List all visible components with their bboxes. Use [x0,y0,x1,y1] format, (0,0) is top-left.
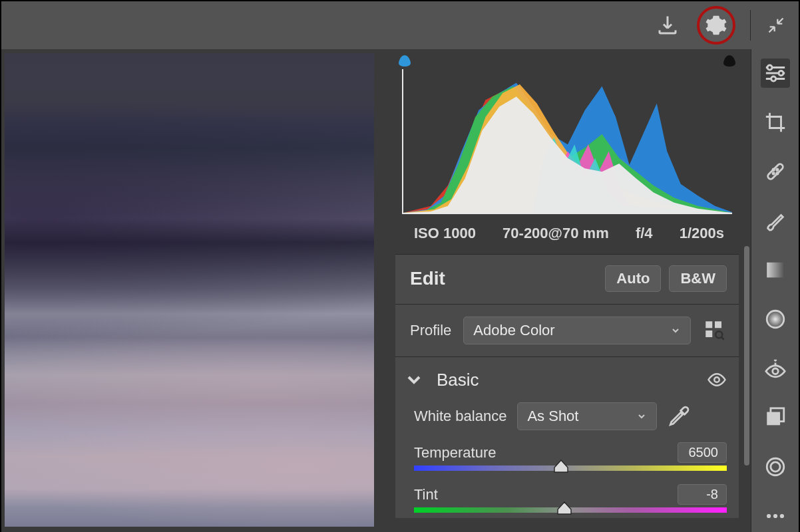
grid-search-icon [705,321,725,340]
snapshots-icon [764,406,787,429]
svg-point-4 [714,377,719,382]
exif-aperture: f/4 [636,225,653,242]
tint-value[interactable]: -8 [678,484,727,505]
white-balance-label: White balance [414,408,506,425]
svg-point-10 [776,173,777,174]
exif-shutter: 1/200s [680,225,724,242]
linear-gradient-icon [764,259,787,281]
tint-slider-block: Tint -8 [395,476,739,518]
topbar [1,1,799,49]
svg-point-22 [779,514,783,518]
brush-icon [764,209,787,232]
svg-point-20 [766,514,770,518]
histogram[interactable] [395,69,739,217]
svg-rect-0 [705,321,712,328]
svg-rect-8 [766,163,783,180]
tool-brush[interactable] [761,206,790,235]
svg-rect-16 [767,412,780,426]
histogram-indicators [395,55,739,69]
panel-scrollbar[interactable] [744,49,751,532]
image-preview[interactable] [5,53,374,527]
tint-label: Tint [414,486,438,503]
bw-button[interactable]: B&W [669,265,727,292]
svg-point-11 [776,169,777,170]
highlight-clip-indicator[interactable] [721,55,737,66]
svg-point-14 [767,311,784,328]
bandage-icon [764,160,787,183]
canvas-area [1,49,387,532]
tool-more[interactable] [761,501,790,531]
svg-point-21 [773,514,777,518]
svg-rect-2 [705,331,712,337]
profile-row: Profile Adobe Color [395,305,739,356]
white-balance-eyedropper[interactable] [668,405,690,428]
temperature-label: Temperature [414,444,497,462]
panel-scrollbar-thumb[interactable] [744,246,749,466]
basic-header: Basic [395,357,739,393]
svg-rect-1 [715,321,721,328]
tool-strip [751,49,799,532]
tool-snapshots[interactable] [761,403,790,432]
camera-raw-window: ISO 1000 70-200@70 mm f/4 1/200s Edit Au… [1,1,799,532]
profile-browser-button[interactable] [703,319,727,342]
tool-crop[interactable] [761,108,790,137]
topbar-divider [750,10,751,41]
edit-section-header: Edit Auto B&W [395,255,739,304]
more-icon [764,505,787,527]
red-eye-icon [764,357,787,380]
exif-lens: 70-200@70 mm [502,225,609,242]
svg-point-15 [772,368,778,374]
exif-row: ISO 1000 70-200@70 mm f/4 1/200s [395,217,739,254]
svg-point-18 [767,458,784,475]
tool-presets[interactable] [761,452,790,481]
tool-edit-sliders[interactable] [761,59,790,88]
svg-point-5 [767,65,771,70]
tint-slider[interactable] [414,507,727,513]
temperature-value[interactable]: 6500 [678,442,727,463]
right-panel: ISO 1000 70-200@70 mm f/4 1/200s Edit Au… [387,49,799,532]
svg-point-19 [770,462,779,471]
presets-icon [764,456,787,478]
exif-iso: ISO 1000 [414,225,476,242]
collapse-icon [767,16,785,35]
svg-rect-13 [767,263,784,278]
basic-collapse-toggle[interactable] [403,369,425,390]
svg-point-3 [715,331,722,338]
temperature-slider-block: Temperature 6500 [395,434,739,476]
white-balance-select[interactable]: As Shot [517,402,657,430]
svg-point-12 [773,173,774,174]
temperature-slider[interactable] [414,466,727,471]
download-icon [656,13,680,37]
gear-icon [705,14,727,37]
profile-label: Profile [410,322,451,339]
white-balance-row: White balance As Shot [395,393,739,434]
collapse-panels-button[interactable] [759,8,793,43]
radial-gradient-icon [764,308,787,331]
profile-select[interactable]: Adobe Color [463,317,691,344]
profile-selected: Adobe Color [473,322,554,339]
auto-button[interactable]: Auto [605,265,661,292]
svg-point-6 [778,70,783,75]
white-balance-selected: As Shot [527,408,578,425]
tool-red-eye[interactable] [761,354,790,383]
tool-radial-gradient[interactable] [761,305,790,334]
basic-title: Basic [437,370,695,390]
tool-linear-gradient[interactable] [761,255,790,285]
svg-point-7 [771,76,775,81]
svg-point-9 [773,169,774,170]
crop-icon [764,111,787,134]
export-button[interactable] [650,8,685,43]
shadow-clip-indicator[interactable] [397,55,413,66]
edit-title: Edit [410,268,597,289]
tool-healing[interactable] [761,157,790,186]
chevron-down-icon [670,325,681,336]
chevron-down-icon [636,411,647,422]
settings-button-highlighted[interactable] [697,6,735,45]
basic-visibility-toggle[interactable] [707,370,727,390]
sliders-icon [764,62,787,84]
